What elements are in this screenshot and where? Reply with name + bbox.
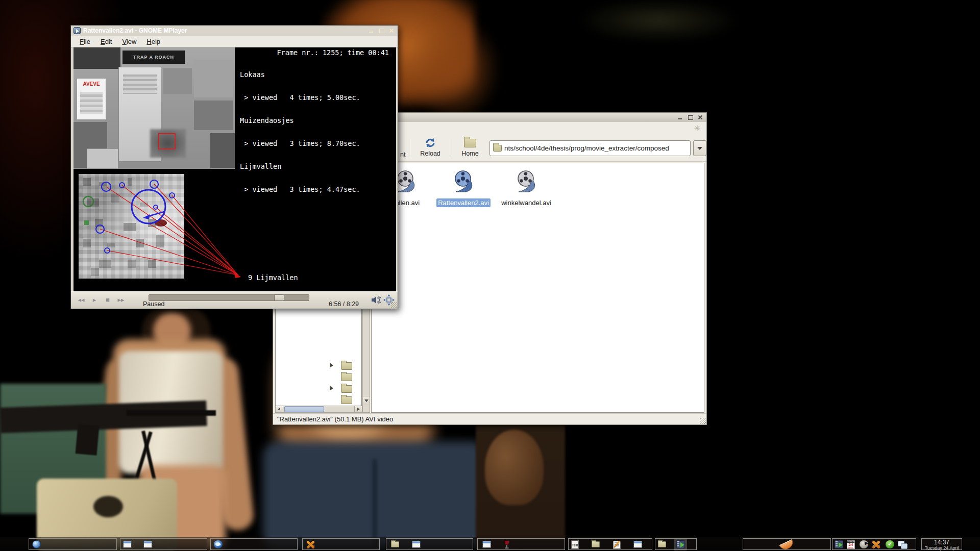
task-button-wine[interactable]: [477, 538, 565, 550]
osd-stat-name: Lijmvallen: [240, 163, 360, 170]
tree-horizontal-scrollbar[interactable]: [275, 406, 362, 413]
osd-annotation-label: 9 Lijmvallen: [248, 273, 298, 282]
window-icon: [412, 541, 421, 548]
stop-button[interactable]: ■: [102, 294, 114, 306]
chat-x-icon: chat: [305, 540, 316, 548]
rewind-button[interactable]: ◂◂: [75, 294, 87, 306]
resize-grip[interactable]: [700, 418, 706, 424]
dark-red-blob: [155, 219, 167, 227]
task-button-clementine[interactable]: [743, 538, 831, 550]
fast-forward-button[interactable]: ▸▸: [115, 294, 127, 306]
task-button-mail[interactable]: [210, 538, 298, 550]
scroll-left-icon[interactable]: [276, 406, 283, 412]
blue-arrowhead: [143, 214, 150, 219]
tray-calendar-icon[interactable]: TUESDAY 24 APRIL: [847, 540, 855, 549]
gaze-lines: [100, 184, 238, 275]
task-button-documents[interactable]: TeX: [568, 538, 652, 550]
chat-label: chat: [308, 544, 314, 547]
file-item-selected[interactable]: Rattenvallen2.avi: [433, 170, 494, 207]
home-button[interactable]: Home: [454, 137, 486, 160]
window-icon: [123, 541, 132, 548]
mplayer-menubar: File Edit View Help: [71, 36, 398, 47]
menu-file[interactable]: File: [75, 37, 95, 46]
wallpaper-gun-magazine: [76, 424, 100, 455]
notepad-pencil-icon: [613, 541, 621, 549]
osd-stat-detail: > viewed 4 times; 5.00sec.: [240, 94, 360, 102]
film-reel-icon: [512, 170, 541, 194]
mplayer-window: Rattenvallen2.avi - GNOME MPlayer File E…: [70, 25, 398, 309]
scroll-right-icon[interactable]: [354, 406, 362, 412]
task-button-files[interactable]: [386, 538, 473, 550]
menu-help[interactable]: Help: [142, 37, 165, 46]
folder-icon: [341, 373, 352, 381]
file-manager-statusbar: "Rattenvallen2.avi" (50.1 MB) AVI video: [273, 413, 706, 424]
mplayer-app-icon: [74, 27, 81, 34]
menu-edit[interactable]: Edit: [96, 37, 116, 46]
green-dot: [903, 546, 906, 549]
task-button-windows[interactable]: [120, 538, 207, 550]
volume-icon[interactable]: [371, 296, 381, 304]
desktop: nt Reload Home nt: [0, 0, 980, 551]
scroll-down-icon[interactable]: [363, 396, 370, 405]
folder-icon: [391, 541, 399, 547]
clock[interactable]: 14:37 Tuesday 24 April: [921, 538, 962, 550]
parent-button[interactable]: nt: [400, 151, 405, 158]
file-item[interactable]: winkelwandel.avi: [496, 170, 557, 207]
tree-row[interactable]: [276, 395, 361, 406]
wallpaper-orange-glow: [408, 15, 500, 122]
osd-stat-detail: > viewed 3 times; 8.70sec.: [240, 140, 360, 147]
maximize-icon[interactable]: [687, 114, 694, 120]
tex-icon: TeX: [571, 540, 579, 549]
seek-bar[interactable]: [149, 294, 309, 301]
tray-chat-x-icon[interactable]: chat: [870, 540, 881, 548]
wine-glass-icon: [503, 540, 510, 548]
wallpaper-olive-blob: [582, 0, 735, 41]
thunderbird-icon: [214, 540, 223, 548]
file-label[interactable]: Rattenvallen2.avi: [436, 198, 491, 207]
window-icon: [143, 541, 152, 548]
tree-row[interactable]: [276, 361, 361, 372]
location-path[interactable]: nts/school/4de/thesis/prog/movie_extract…: [504, 144, 669, 152]
tray-chat-bubbles-icon[interactable]: [898, 540, 906, 548]
mplayer-titlebar[interactable]: Rattenvallen2.avi - GNOME MPlayer: [71, 26, 398, 36]
reload-button[interactable]: Reload: [414, 137, 447, 160]
folder-icon: [341, 362, 352, 370]
toolbar-separator: [450, 139, 450, 158]
task-button-browser[interactable]: [29, 538, 117, 550]
globe-icon: [32, 540, 41, 548]
file-label[interactable]: winkelwandel.avi: [500, 198, 553, 207]
taskbar: chat TeX: [0, 537, 980, 551]
location-bar[interactable]: nts/school/4de/thesis/prog/movie_extract…: [489, 140, 691, 156]
green-circle: [83, 196, 93, 207]
menu-view[interactable]: View: [117, 37, 141, 46]
location-dropdown-button[interactable]: [693, 140, 706, 156]
expander-triangle-icon[interactable]: [330, 363, 333, 368]
playback-status: Paused: [143, 300, 164, 308]
seek-thumb[interactable]: [274, 294, 284, 301]
video-area[interactable]: TRAP A ROACH AVEVE: [74, 47, 396, 292]
clock-date: Tuesday 24 April: [922, 546, 962, 550]
minimize-icon[interactable]: [677, 114, 683, 120]
window-icon: [633, 541, 642, 548]
task-button-chat[interactable]: chat: [302, 538, 380, 550]
location-folder-icon: [493, 145, 502, 152]
tree-row[interactable]: [276, 372, 361, 383]
wallpaper-jerrycan-hole: [93, 496, 123, 517]
close-icon[interactable]: [388, 28, 395, 34]
close-icon[interactable]: [697, 114, 704, 120]
maximize-icon[interactable]: [378, 28, 385, 34]
scrollbar-thumb[interactable]: [284, 406, 324, 412]
tray-online-check-icon[interactable]: [886, 540, 894, 548]
tray-mplayer-icon[interactable]: [835, 540, 843, 548]
resize-grip[interactable]: [391, 302, 397, 308]
folder-icon: [341, 385, 352, 393]
tray-swoosh-icon[interactable]: [860, 540, 868, 548]
tree-row[interactable]: [276, 384, 361, 395]
minimize-icon[interactable]: [368, 28, 375, 34]
wallpaper-gun-barrel: [127, 410, 216, 416]
mplayer-controlbar: ◂◂ ▸ ■ ▸▸ Paused 6:56 / 8:29: [71, 291, 398, 309]
expander-triangle-icon[interactable]: [330, 386, 333, 391]
play-button[interactable]: ▸: [88, 294, 101, 306]
task-button-mplayer[interactable]: [655, 538, 697, 550]
osd-stat-name: Muizendaosjes: [240, 117, 360, 124]
